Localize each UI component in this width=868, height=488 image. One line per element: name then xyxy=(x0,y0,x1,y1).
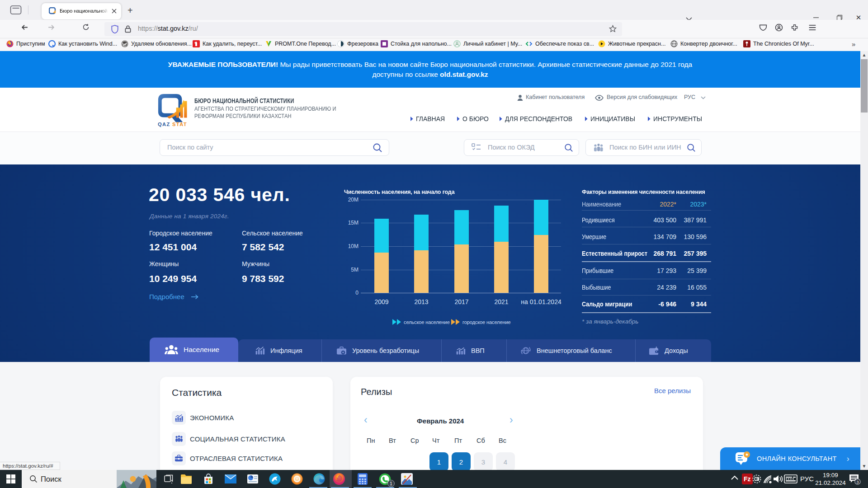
svg-text:QAZ: QAZ xyxy=(158,122,170,127)
svg-text:3: 3 xyxy=(856,479,859,484)
svg-text:STAT: STAT xyxy=(172,122,187,127)
svg-text:Fz: Fz xyxy=(744,475,751,483)
